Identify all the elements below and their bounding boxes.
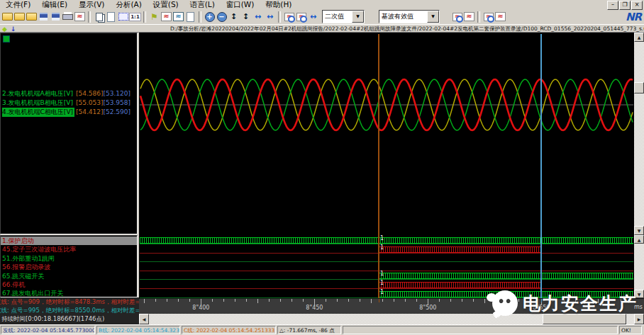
cursor-info-panel: 红线: 点号=909，绝对时标=8478.3ms，相对时差=8538.3ms 蓝… xyxy=(0,297,139,324)
open-cfg-icon[interactable] xyxy=(1,11,13,23)
status-field-0: 发线: 2022-02-04 05:14:45.773000 xyxy=(1,326,95,334)
toolbar-separator xyxy=(199,11,201,23)
waveform-file-icon[interactable] xyxy=(74,11,86,23)
digital-baseline xyxy=(140,253,633,254)
analog-vertical-scrollbar[interactable]: ▲ ▼ xyxy=(634,33,644,235)
menu-item-1[interactable]: 编辑(E) xyxy=(36,0,73,9)
open-folder-icon[interactable] xyxy=(13,11,26,23)
analog-scroll-thumb[interactable] xyxy=(634,82,644,93)
secondary-value-dropdown[interactable]: 二次值▼ xyxy=(322,10,365,23)
zoom-in-icon[interactable] xyxy=(204,11,216,23)
digital-vertical-scrollbar[interactable]: ▲ ▼ xyxy=(634,235,644,298)
axis-tick xyxy=(405,299,406,302)
analog-channel-label: 4.发电机机端C相电压[V] xyxy=(2,108,74,117)
analog-channel-row[interactable]: 3.发电机机端B相电压[V][55.053][53.958] xyxy=(2,98,73,108)
menu-item-2[interactable]: 显示(V) xyxy=(73,0,110,9)
wechat-icon xyxy=(492,290,518,316)
blue-cursor[interactable] xyxy=(540,34,542,298)
one-to-one-icon[interactable] xyxy=(129,11,141,23)
digital-state-label: 1 xyxy=(380,271,384,277)
waveform-grid-icon[interactable] xyxy=(172,11,184,23)
status-bar: 发线: 2022-02-04 05:14:45.773000B线: 2022-0… xyxy=(0,324,644,335)
analog-waveform-panel[interactable] xyxy=(139,33,644,235)
save-report-icon[interactable] xyxy=(50,11,62,23)
status-field-3: △: -71.667ms, -86 点 xyxy=(277,326,341,334)
compress-vertical-icon[interactable]: ↕ xyxy=(228,11,240,23)
analog-channel-label: 2.发电机机端A相电压[V] xyxy=(2,90,73,97)
analog-channel-row[interactable]: 4.发电机机端C相电压[V][54.412][52.590] xyxy=(2,108,74,117)
expand-horizontal-icon[interactable]: ↔ xyxy=(264,11,276,23)
digital-channel-row[interactable]: 1.保护启动 xyxy=(1,237,138,245)
red-cursor-axis-mark xyxy=(379,299,379,302)
waveform-view-icon[interactable] xyxy=(160,11,172,23)
menu-item-7[interactable]: 帮助(H) xyxy=(260,0,297,9)
blue-cursor-value: [52.590] xyxy=(104,108,131,115)
secondary-value-dropdown-value: 二次值 xyxy=(323,12,352,21)
digital-state-label: 1 xyxy=(380,289,384,295)
axis-tick xyxy=(155,299,156,302)
zoom-out-icon[interactable] xyxy=(216,11,228,23)
scroll-up-button[interactable]: ▲ xyxy=(634,33,644,42)
axis-tick xyxy=(269,299,270,302)
analog-channel-row[interactable]: 2.发电机机端A相电压[V][54.586][53.120] xyxy=(2,89,73,98)
axis-tick xyxy=(303,299,304,302)
duration-info: 持续时间[0:00:18.186667](1746点) xyxy=(1,315,104,324)
watermark-text: 电力安全生产 xyxy=(523,292,638,315)
axis-tick xyxy=(314,299,315,305)
red-cursor-info: 红线: 点号=909，绝对时标=8478.3ms，相对时差=8538.3ms xyxy=(0,298,139,307)
wave-tool-1-icon[interactable] xyxy=(451,11,463,23)
scroll-up-button[interactable]: ▲ xyxy=(634,235,644,244)
digital-state-label: 1 xyxy=(380,280,384,286)
select-region-icon[interactable] xyxy=(117,11,129,23)
open-history-icon[interactable] xyxy=(26,11,38,23)
marker-flag-icon[interactable] xyxy=(148,11,160,23)
digital-channel-row[interactable]: 66.停机 xyxy=(1,280,138,289)
menu-item-6[interactable]: 窗口(W) xyxy=(221,0,260,9)
compress-horizontal-icon[interactable]: ↔ xyxy=(252,11,264,23)
digital-channel-row[interactable]: 67.跳发电机出口开关 xyxy=(1,289,138,297)
pan-horizontal-icon[interactable]: ↔ xyxy=(307,11,319,23)
print-icon[interactable] xyxy=(62,11,74,23)
axis-tick xyxy=(212,299,213,302)
axis-tick xyxy=(360,299,360,302)
axis-tick xyxy=(326,299,326,302)
zoom-wave-in-icon[interactable] xyxy=(283,11,295,23)
rms-mode-dropdown[interactable]: 基波有效值▼ xyxy=(379,10,440,23)
digital-channel-row[interactable]: 65.跳灭磁开关 xyxy=(1,272,138,280)
digital-high-bar xyxy=(379,246,541,253)
menu-items: 文件(F)编辑(E)显示(V)分析(A)设置(S)语言(L)窗口(W)帮助(H) xyxy=(0,0,297,9)
status-field-4 xyxy=(343,326,618,334)
print-preview-icon[interactable] xyxy=(105,11,117,23)
nav-diamond-icon[interactable]: ◆ xyxy=(2,25,7,33)
chevron-down-icon[interactable]: ▼ xyxy=(352,11,364,23)
axis-tick xyxy=(280,299,281,302)
chevron-down-icon[interactable]: ▼ xyxy=(427,11,439,23)
axis-tick xyxy=(394,299,394,302)
copy-icon[interactable] xyxy=(93,11,105,23)
wave-tool-4-icon[interactable] xyxy=(494,11,506,23)
save-icon[interactable] xyxy=(38,11,50,23)
axis-tick xyxy=(382,299,383,302)
menu-item-0[interactable]: 文件(F) xyxy=(0,0,36,9)
red-cursor[interactable] xyxy=(378,34,379,298)
scroll-left-button[interactable]: ◀ xyxy=(139,314,149,324)
wave-tool-3-icon[interactable] xyxy=(482,11,494,23)
menu-item-3[interactable]: 分析(A) xyxy=(110,0,147,9)
scroll-down-button[interactable]: ▼ xyxy=(634,226,644,235)
digital-channel-row[interactable]: 51.外部重动1跳闸 xyxy=(1,254,138,263)
channel-group-icon[interactable] xyxy=(3,35,10,42)
red-cursor-value: [55.053] xyxy=(76,99,104,106)
menu-item-5[interactable]: 语言(L) xyxy=(184,0,221,9)
wave-tool-2-icon[interactable] xyxy=(463,11,475,23)
report-page-icon[interactable] xyxy=(184,11,196,23)
digital-trace-panel[interactable]: 11111 xyxy=(139,235,644,298)
nav-down-arrow-icon[interactable]: ↓ xyxy=(11,25,16,33)
menu-item-4[interactable]: 设置(S) xyxy=(148,0,184,9)
blue-cursor-info: 蓝线: 点号=995，绝对时标=8550.0ms，相对时差=8610.0ms xyxy=(0,307,139,315)
zoom-wave-out-icon[interactable] xyxy=(295,11,307,23)
digital-channel-row[interactable]: 56.报警启动录波 xyxy=(1,263,138,271)
expand-vertical-icon[interactable]: ↕ xyxy=(240,11,252,23)
digital-channel-row[interactable]: 45.定子三次谐波电压比率 xyxy=(1,245,138,254)
axis-tick xyxy=(292,299,292,302)
axis-tick xyxy=(178,299,179,302)
